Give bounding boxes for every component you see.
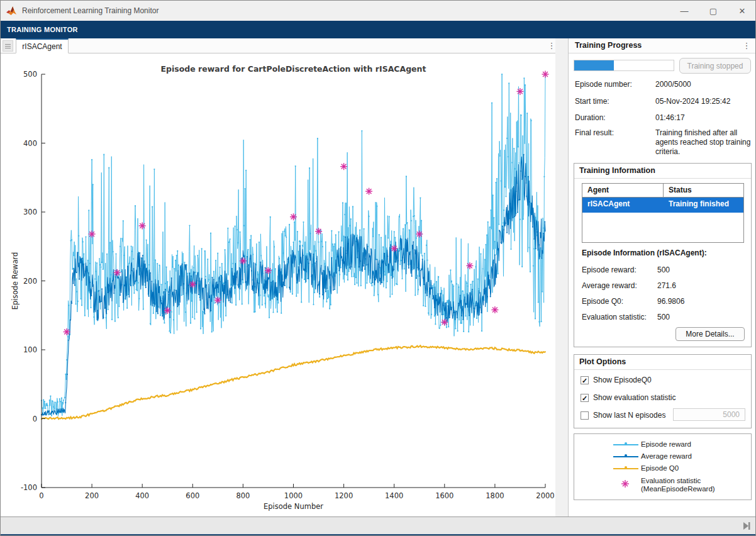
average-reward-label: Average reward: <box>582 281 637 290</box>
panel-kebab-menu-icon[interactable]: ⋮ <box>740 40 753 52</box>
training-plot: 0200400600800100012001400160018002000-10… <box>1 53 555 516</box>
svg-text:400: 400 <box>23 139 37 148</box>
legend-label-episode-q0: Episode Q0 <box>641 464 679 472</box>
plot-options-group: Plot Options ✓ Show EpisodeQ0 ✓ Show eva… <box>574 354 752 428</box>
panel-header: Training Progress ⋮ <box>569 38 756 53</box>
table-header-row: Agent Status <box>582 184 743 198</box>
minimize-button[interactable]: — <box>670 1 699 21</box>
drag-handle-icon[interactable] <box>3 40 13 52</box>
start-time-label: Start time: <box>575 97 609 106</box>
duration-label: Duration: <box>575 113 606 122</box>
svg-text:1400: 1400 <box>385 491 403 500</box>
plot-options-title: Plot Options <box>579 357 626 366</box>
panel-splitter[interactable] <box>555 38 568 516</box>
svg-text:200: 200 <box>23 277 37 286</box>
final-result-label: Final result: <box>575 128 614 137</box>
svg-text:500: 500 <box>23 70 37 79</box>
show-last-n-episodes-row: Show last N episodes <box>581 411 665 420</box>
svg-text:1600: 1600 <box>435 491 453 500</box>
show-evaluation-statistic-checkbox[interactable]: ✓ <box>581 394 589 402</box>
show-last-n-episodes-label: Show last N episodes <box>593 411 665 420</box>
svg-text:Episode Reward: Episode Reward <box>11 252 19 310</box>
panel-title: Training Progress <box>575 41 642 50</box>
title-bar: Reinforcement Learning Training Monitor … <box>1 1 756 21</box>
app-window: Reinforcement Learning Training Monitor … <box>0 0 756 536</box>
training-progress-fill <box>574 60 614 70</box>
legend-label-average-reward: Average reward <box>641 452 692 460</box>
svg-text:1200: 1200 <box>335 491 353 500</box>
agent-cell: rISACAgent <box>582 198 664 213</box>
show-episodeq0-row: ✓ Show EpisodeQ0 <box>581 376 652 384</box>
svg-text:0: 0 <box>39 491 43 500</box>
svg-text:0: 0 <box>33 415 37 423</box>
training-information-group: Training Information Agent Status rISACA… <box>574 163 752 347</box>
svg-text:100: 100 <box>23 345 37 354</box>
close-button[interactable]: ✕ <box>728 1 756 21</box>
svg-text:Episode Number: Episode Number <box>264 502 323 511</box>
training-information-title: Training Information <box>579 166 655 175</box>
agent-status-table: Agent Status rISACAgent Training finishe… <box>582 183 744 243</box>
show-evaluation-statistic-label: Show evaluation statistic <box>593 393 675 402</box>
episode-number-label: Episode number: <box>575 80 632 89</box>
show-evaluation-statistic-row: ✓ Show evaluation statistic <box>581 393 675 402</box>
n-episodes-input[interactable]: 5000 <box>673 408 745 421</box>
legend-item-average-reward: Average reward <box>574 452 751 461</box>
legend-item-episode-q0: Episode Q0 <box>574 464 751 473</box>
training-stopped-button[interactable]: Training stopped <box>679 58 751 74</box>
status-bar <box>1 516 756 534</box>
training-progress-panel: Training Progress ⋮ Training stopped Epi… <box>568 38 756 516</box>
tab-rlsacagent[interactable]: rISACAgent <box>16 38 69 53</box>
svg-text:1000: 1000 <box>284 491 303 500</box>
status-column-header: Status <box>664 184 743 197</box>
window-title: Reinforcement Learning Training Monitor <box>22 6 158 15</box>
episode-reward-value: 500 <box>657 265 670 274</box>
duration-value: 01:46:17 <box>655 113 685 122</box>
svg-text:600: 600 <box>186 491 199 500</box>
svg-text:400: 400 <box>135 491 149 500</box>
agent-column-header: Agent <box>582 184 664 197</box>
evaluation-statistic-label: Evaluation statistic: <box>582 313 647 321</box>
more-details-button[interactable]: More Details... <box>675 327 745 341</box>
episode-q0-value: 96.9806 <box>657 297 684 306</box>
tab-training-monitor[interactable]: TRAINING MONITOR <box>7 26 78 33</box>
svg-text:1800: 1800 <box>486 491 504 500</box>
figure-area: 0200400600800100012001400160018002000-10… <box>1 53 555 516</box>
training-progress-bar <box>574 60 674 71</box>
asterisk-marker-icon <box>621 479 630 488</box>
episode-number-value: 2000/5000 <box>655 80 691 89</box>
status-cell: Training finished <box>664 198 743 213</box>
legend-item-episode-reward: Episode reward <box>574 440 751 449</box>
svg-text:Episode reward for CartPoleDis: Episode reward for CartPoleDiscreteActio… <box>161 64 426 74</box>
svg-text:800: 800 <box>236 491 250 500</box>
show-episodeq0-checkbox[interactable]: ✓ <box>581 376 589 384</box>
start-time-value: 05-Nov-2024 19:25:42 <box>655 97 730 106</box>
show-episodeq0-label: Show EpisodeQ0 <box>593 376 652 384</box>
svg-text:200: 200 <box>85 491 99 500</box>
show-last-n-episodes-checkbox[interactable] <box>581 411 589 420</box>
legend-label-episode-reward: Episode reward <box>641 440 691 448</box>
legend-label-evaluation-statistic: Evaluation statistic (MeanEpisodeReward) <box>641 477 715 493</box>
toolstrip: TRAINING MONITOR <box>1 21 756 38</box>
svg-text:2000: 2000 <box>536 491 554 500</box>
final-result-value: Training finished after all agents reach… <box>655 128 751 157</box>
plot-legend: Episode reward Average reward Episode Q0 <box>574 433 752 500</box>
episode-q0-label: Episode Q0: <box>582 297 623 306</box>
svg-text:-100: -100 <box>21 483 37 492</box>
document-tab-strip: rISACAgent ⋮ <box>1 38 555 53</box>
episode-reward-label: Episode reward: <box>582 265 636 274</box>
table-row[interactable]: rISACAgent Training finished <box>582 198 743 213</box>
maximize-button[interactable]: ▢ <box>699 1 728 21</box>
matlab-logo-icon <box>6 6 17 16</box>
average-reward-value: 271.6 <box>657 281 676 290</box>
legend-item-evaluation-statistic: Evaluation statistic (MeanEpisodeReward) <box>574 477 751 496</box>
episode-information-title: Episode Information (rISACAgent): <box>582 248 707 257</box>
skip-forward-icon[interactable] <box>742 521 752 531</box>
evaluation-statistic-value: 500 <box>657 313 670 321</box>
svg-text:300: 300 <box>23 208 37 216</box>
